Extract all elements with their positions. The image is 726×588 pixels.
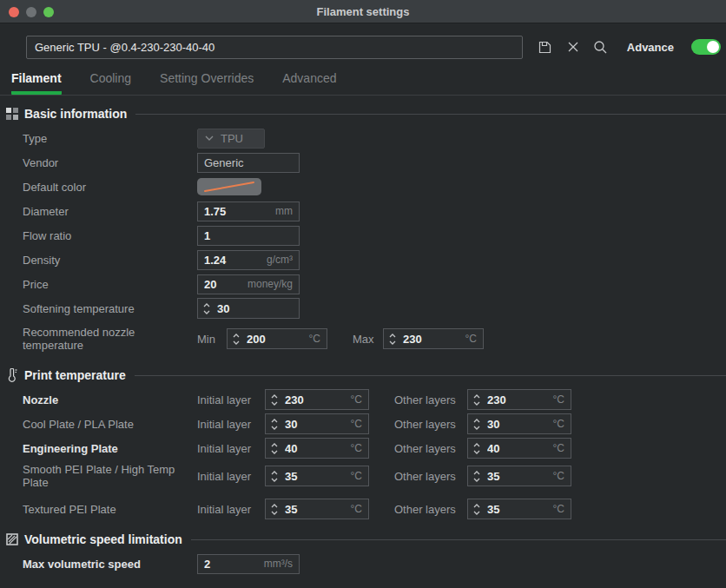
unit-label: °C [351, 470, 362, 482]
advance-label: Advance [627, 41, 674, 54]
spinner-arrows[interactable] [270, 393, 279, 406]
titlebar: Filament settings [0, 0, 726, 23]
other-layers-spinbox: °C [467, 413, 571, 434]
unit-label: °C [465, 333, 477, 345]
unit-label: °C [351, 503, 362, 515]
unit-label: g/cm³ [267, 254, 293, 266]
other-layers-label: Other layers [394, 442, 460, 455]
initial-layer-input[interactable] [285, 418, 347, 431]
softening-input[interactable] [217, 302, 293, 315]
tab-bar: Filament Cooling Setting Overrides Advan… [0, 59, 726, 95]
tab-setting-overrides[interactable]: Setting Overrides [160, 71, 254, 95]
price-input[interactable] [204, 278, 244, 291]
field-label: Max volumetric speed [23, 555, 197, 573]
other-layers-input[interactable] [487, 393, 550, 406]
other-layers-input[interactable] [487, 418, 550, 431]
softening-spinbox [197, 298, 300, 319]
initial-layer-label: Initial layer [197, 393, 257, 406]
tab-advanced[interactable]: Advanced [282, 71, 336, 95]
print-row-textured-pei-plate: Textured PEI Plate Initial layer °C Othe… [0, 497, 726, 521]
unit-label: °C [351, 442, 362, 454]
spinner-arrows[interactable] [388, 333, 397, 346]
section-title: Basic information [24, 107, 127, 121]
tab-cooling[interactable]: Cooling [90, 71, 131, 95]
spinner-arrows[interactable] [232, 333, 241, 346]
delete-preset-icon[interactable] [564, 38, 582, 56]
field-row-max-volumetric-speed: Max volumetric speed mm³/s [0, 552, 726, 576]
diameter-input-box: mm [197, 202, 300, 221]
unit-label: °C [553, 393, 564, 406]
min-temp-input[interactable] [247, 333, 306, 346]
min-label: Min [197, 333, 220, 346]
field-label: Density [23, 251, 197, 269]
field-label: Diameter [23, 202, 197, 221]
zoom-window-button[interactable] [43, 7, 54, 17]
initial-layer-spinbox: °C [265, 413, 369, 434]
flow-ratio-input[interactable] [204, 229, 293, 242]
spinner-arrows[interactable] [270, 442, 279, 455]
type-dropdown[interactable]: TPU [197, 129, 265, 149]
other-layers-input[interactable] [487, 442, 550, 455]
density-input[interactable] [204, 254, 263, 267]
field-label: Vendor [23, 154, 197, 172]
tabs-divider [0, 95, 726, 96]
price-input-box: money/kg [197, 274, 300, 294]
type-dropdown-value: TPU [221, 132, 243, 145]
initial-layer-input[interactable] [285, 470, 347, 483]
spinner-arrows[interactable] [202, 302, 211, 315]
tab-filament[interactable]: Filament [11, 71, 62, 95]
other-layers-label: Other layers [394, 393, 460, 406]
unit-label: °C [553, 470, 564, 482]
diameter-input[interactable] [204, 205, 272, 218]
field-label: Flow ratio [23, 227, 197, 245]
field-row-diameter: Diameter mm [0, 199, 726, 223]
field-row-type: Type TPU [0, 126, 726, 150]
section-title: Print temperature [24, 368, 126, 382]
hatched-square-icon [5, 533, 18, 546]
initial-layer-label: Initial layer [197, 503, 257, 516]
initial-layer-label: Initial layer [197, 418, 257, 431]
field-row-density: Density g/cm³ [0, 248, 726, 272]
spinner-arrows[interactable] [472, 393, 481, 406]
field-label: Recommended nozzle temperature [23, 323, 197, 354]
spinner-arrows[interactable] [270, 418, 279, 431]
spinner-arrows[interactable] [472, 418, 481, 431]
field-label: Type [23, 129, 197, 148]
initial-layer-input[interactable] [285, 393, 347, 406]
other-layers-input[interactable] [487, 503, 550, 516]
other-layers-input[interactable] [487, 470, 550, 483]
spinner-arrows[interactable] [472, 442, 481, 455]
initial-layer-input[interactable] [285, 442, 347, 455]
minimize-window-button[interactable] [26, 7, 36, 17]
other-layers-label: Other layers [394, 418, 460, 431]
section-title: Volumetric speed limitation [24, 532, 182, 546]
default-color-swatch[interactable] [197, 178, 261, 195]
spinner-arrows[interactable] [270, 470, 279, 483]
other-layers-spinbox: °C [467, 499, 571, 519]
section-divider [191, 539, 726, 540]
vendor-input[interactable] [204, 156, 293, 169]
unit-label: °C [553, 442, 564, 454]
preset-name-input[interactable] [26, 36, 523, 59]
max-temp-input[interactable] [403, 333, 462, 346]
field-row-flow-ratio: Flow ratio [0, 223, 726, 248]
field-label: Textured PEI Plate [23, 500, 197, 519]
window-title: Filament settings [317, 5, 410, 18]
spinner-arrows[interactable] [472, 503, 481, 516]
spinner-arrows[interactable] [270, 503, 279, 516]
other-layers-spinbox: °C [467, 389, 571, 410]
search-icon[interactable] [592, 38, 610, 56]
initial-layer-spinbox: °C [265, 389, 369, 410]
toggle-knob [707, 41, 719, 53]
spinner-arrows[interactable] [472, 470, 481, 483]
unit-label: °C [351, 393, 362, 406]
save-preset-icon[interactable] [537, 38, 554, 56]
min-temp-spinbox: °C [227, 328, 327, 349]
initial-layer-input[interactable] [285, 503, 347, 516]
max-volumetric-speed-input[interactable] [204, 558, 261, 571]
close-window-button[interactable] [9, 7, 19, 17]
print-row-cool-plate: Cool Plate / PLA Plate Initial layer °C … [0, 412, 726, 436]
advance-toggle[interactable] [691, 39, 721, 55]
density-input-box: g/cm³ [197, 250, 300, 270]
unit-label: °C [553, 503, 564, 515]
